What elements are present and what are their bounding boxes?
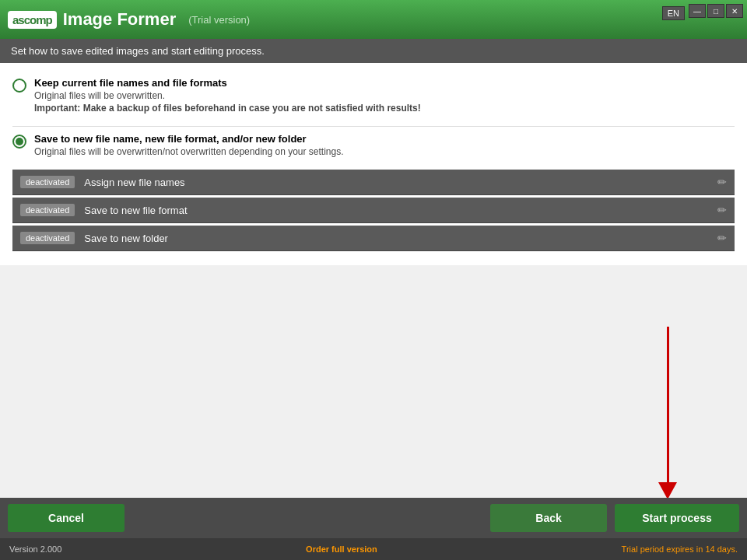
save-option-row-2[interactable]: deactivatedSave to new folder✏ [12, 226, 735, 251]
cancel-button[interactable]: Cancel [8, 504, 124, 532]
version-text: Version 2.000 [9, 544, 61, 554]
deactivated-badge-0: deactivated [20, 176, 75, 188]
option2-radio[interactable] [12, 135, 26, 149]
start-process-button[interactable]: Start process [615, 504, 739, 532]
important-prefix: Important: [34, 103, 80, 114]
bottom-bar: Cancel Back Start process [0, 498, 747, 538]
arrow-line [667, 327, 669, 482]
deactivated-badge-1: deactivated [20, 204, 75, 216]
save-option-row-1[interactable]: deactivatedSave to new file format✏ [12, 198, 735, 223]
titlebar: ascomp Image Former (Trial version) EN —… [0, 0, 747, 39]
save-option-label-0: Assign new file names [84, 177, 717, 188]
logo: ascomp [8, 11, 57, 29]
deactivated-badge-2: deactivated [20, 232, 75, 244]
option1-row[interactable]: Keep current file names and file formats… [12, 77, 735, 114]
option2-row[interactable]: Save to new file name, new file format, … [12, 133, 735, 157]
save-option-label-1: Save to new file format [84, 205, 717, 216]
option1-label: Keep current file names and file formats [34, 77, 421, 89]
save-option-label-2: Save to new folder [84, 233, 717, 244]
option2-label: Save to new file name, new file format, … [34, 133, 344, 145]
save-options-list: deactivatedAssign new file names✏deactiv… [12, 170, 735, 251]
subtitle-bar: Set how to save edited images and start … [0, 39, 747, 63]
red-arrow [658, 327, 677, 499]
main-content: Keep current file names and file formats… [0, 63, 747, 265]
trial-label: (Trial version) [188, 14, 250, 26]
order-text[interactable]: Order full version [306, 544, 377, 554]
window-controls: — □ ✕ [689, 4, 743, 18]
minimize-button[interactable]: — [689, 4, 706, 18]
option1-text: Keep current file names and file formats… [34, 77, 421, 114]
edit-icon-2[interactable]: ✏ [717, 232, 727, 244]
save-option-row-0[interactable]: deactivatedAssign new file names✏ [12, 170, 735, 195]
option-divider [12, 126, 735, 127]
important-text: Make a backup of files beforehand in cas… [80, 103, 420, 114]
app-title: Image Former [63, 9, 177, 30]
arrow-head [658, 482, 677, 499]
maximize-button[interactable]: □ [707, 4, 724, 18]
edit-icon-1[interactable]: ✏ [717, 204, 727, 216]
trial-expiry-text: Trial period expires in 14 days. [622, 544, 738, 554]
close-button[interactable]: ✕ [726, 4, 743, 18]
option1-important: Important: Make a backup of files before… [34, 103, 421, 114]
option2-text: Save to new file name, new file format, … [34, 133, 344, 157]
back-button[interactable]: Back [490, 504, 607, 532]
option1-radio[interactable] [12, 79, 26, 93]
option1-sub: Original files will be overwritten. [34, 90, 421, 101]
edit-icon-0[interactable]: ✏ [717, 176, 727, 188]
subtitle-text: Set how to save edited images and start … [11, 45, 265, 57]
status-bar: Version 2.000 Order full version Trial p… [0, 538, 747, 560]
logo-area: ascomp Image Former (Trial version) [8, 9, 250, 30]
language-badge[interactable]: EN [662, 6, 685, 20]
option2-sub: Original files will be overwritten/not o… [34, 146, 344, 157]
